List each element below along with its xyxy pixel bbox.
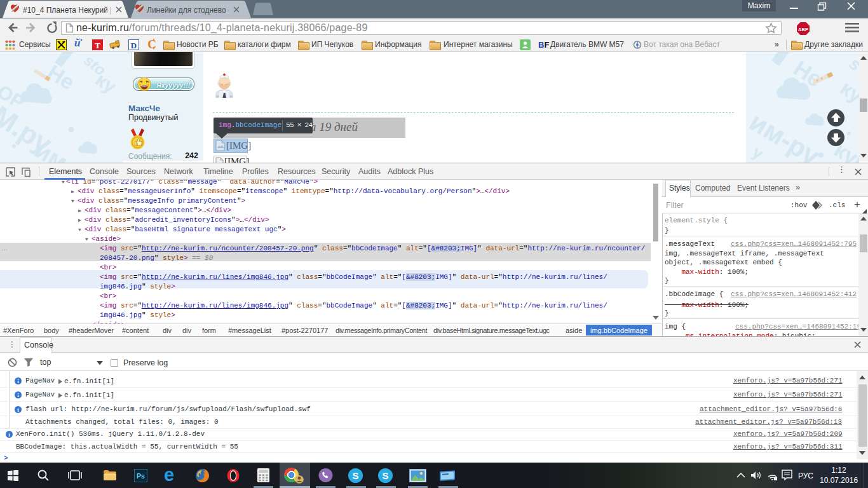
svg-text:S: S — [352, 470, 358, 481]
svg-text:ABP: ABP — [798, 27, 808, 32]
svg-text:D: D — [131, 41, 137, 50]
svg-text:Ps: Ps — [137, 472, 145, 480]
svg-text:S: S — [382, 470, 388, 481]
svg-text:C: C — [147, 38, 156, 50]
svg-text:T: T — [95, 41, 100, 50]
